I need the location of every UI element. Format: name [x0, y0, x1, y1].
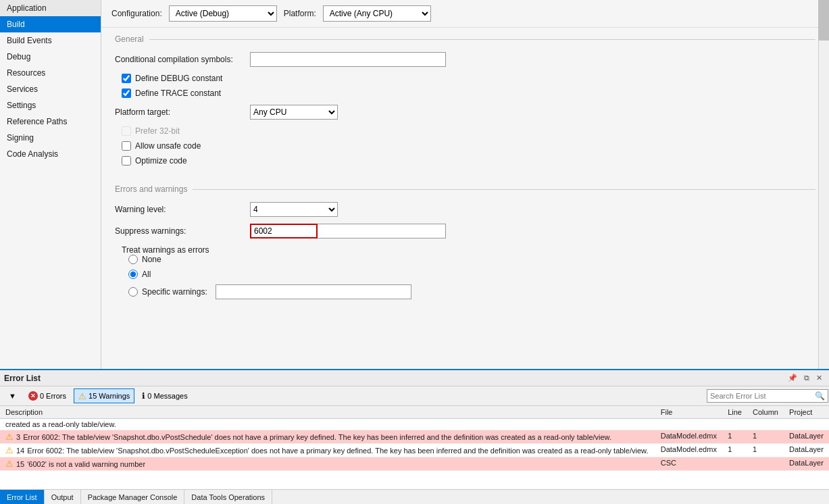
tab-output[interactable]: Output — [45, 490, 81, 504]
row-project: DataLayer — [784, 444, 829, 457]
sidebar-item-build[interactable]: Build — [0, 16, 101, 32]
tab-error-list[interactable]: Error List — [0, 490, 45, 504]
table-row[interactable]: ⚠ 3 Error 6002: The table/view 'Snapshot… — [0, 430, 829, 444]
error-list-header: Error List 📌 ⧉ ✕ — [0, 370, 829, 386]
sidebar-item-signing[interactable]: Signing — [0, 130, 101, 146]
prefer-32bit-checkbox[interactable] — [122, 126, 131, 136]
prefer-32bit-label: Prefer 32-bit — [135, 126, 180, 136]
suppress-warnings-row: Suppress warnings: — [115, 224, 815, 238]
allow-unsafe-checkbox[interactable] — [122, 141, 131, 151]
search-icon: 🔍 — [815, 391, 825, 401]
config-bar: Configuration: Active (Debug) Debug Rele… — [101, 0, 829, 28]
define-debug-label: Define DEBUG constant — [135, 74, 222, 83]
row-line — [722, 419, 747, 430]
radio-none[interactable] — [128, 255, 138, 264]
close-button[interactable]: ✕ — [813, 372, 825, 384]
suppress-warnings-input[interactable] — [250, 224, 318, 238]
table-row[interactable]: created as a read-only table/view. — [0, 419, 829, 430]
suppress-warnings-label: Suppress warnings: — [115, 226, 250, 236]
warning-icon: ⚠ — [5, 459, 14, 469]
pin-button[interactable]: 📌 — [785, 372, 800, 384]
tab-data-tools[interactable]: Data Tools Operations — [184, 490, 272, 504]
scrollbar-thumb[interactable] — [818, 0, 829, 41]
warning-level-label: Warning level: — [115, 205, 250, 214]
info-icon: ℹ — [142, 391, 145, 401]
row-column: 1 — [747, 444, 784, 457]
filter-dropdown-btn[interactable]: ▼ — [4, 388, 21, 403]
sidebar-item-build-events[interactable]: Build Events — [0, 32, 101, 49]
allow-unsafe-row: Allow unsafe code — [122, 141, 815, 151]
sidebar-item-resources[interactable]: Resources — [0, 65, 101, 81]
row-file — [655, 419, 722, 430]
col-project: Project — [784, 406, 829, 419]
sidebar-item-settings[interactable]: Settings — [0, 97, 101, 114]
row-desc: created as a read-only table/view. — [0, 419, 655, 430]
row-project: DataLayer — [784, 457, 829, 471]
suppress-warnings-input-rest[interactable] — [318, 224, 446, 238]
table-row[interactable]: ⚠ 15 '6002' is not a valid warning numbe… — [0, 457, 829, 471]
specific-warnings-input[interactable] — [216, 284, 411, 299]
platform-target-label: Platform target: — [115, 107, 250, 117]
errors-section: Errors and warnings Warning level: 4 0 1… — [101, 178, 829, 311]
radio-none-label: None — [142, 255, 161, 264]
error-list-controls: 📌 ⧉ ✕ — [785, 372, 825, 384]
vertical-scrollbar[interactable] — [818, 0, 829, 369]
row-column — [747, 457, 784, 471]
define-trace-checkbox[interactable] — [122, 89, 131, 98]
row-file: DataModel.edmx — [655, 444, 722, 457]
conditional-compilation-label: Conditional compilation symbols: — [115, 55, 250, 64]
general-section: General Conditional compilation symbols:… — [101, 28, 829, 178]
radio-specific-row: Specific warnings: — [128, 284, 815, 299]
errors-title: Errors and warnings — [115, 184, 187, 194]
radio-specific[interactable] — [128, 287, 138, 297]
define-debug-checkbox[interactable] — [122, 74, 131, 83]
optimize-row: Optimize code — [122, 156, 815, 166]
define-debug-row: Define DEBUG constant — [122, 74, 815, 83]
content-panel: Configuration: Active (Debug) Debug Rele… — [101, 0, 829, 369]
radio-specific-label: Specific warnings: — [142, 287, 207, 297]
sidebar-item-code-analysis[interactable]: Code Analysis — [0, 146, 101, 162]
radio-all-label: All — [142, 270, 151, 279]
search-input[interactable] — [707, 389, 828, 403]
sidebar-item-debug[interactable]: Debug — [0, 49, 101, 65]
sidebar: Application Build Build Events Debug Res… — [0, 0, 101, 369]
allow-unsafe-label: Allow unsafe code — [135, 141, 201, 151]
platform-target-row: Platform target: Any CPU x86 x64 — [115, 105, 815, 120]
conditional-compilation-input[interactable] — [250, 52, 446, 67]
col-line: Line — [722, 406, 747, 419]
radio-all[interactable] — [128, 270, 138, 279]
platform-label: Platform: — [284, 9, 316, 18]
errors-count-label: 0 Errors — [40, 392, 66, 400]
configuration-select[interactable]: Active (Debug) Debug Release — [169, 5, 277, 22]
platform-select[interactable]: Active (Any CPU) Any CPU x86 x64 — [323, 5, 431, 22]
radio-all-row: All — [128, 270, 815, 279]
row-line: 1 — [722, 430, 747, 444]
table-row[interactable]: ⚠ 14 Error 6002: The table/view 'Snapsho… — [0, 444, 829, 457]
col-description: Description — [0, 406, 655, 419]
row-desc: ⚠ 3 Error 6002: The table/view 'Snapshot… — [0, 430, 655, 444]
row-file: CSC — [655, 457, 722, 471]
tab-package-manager[interactable]: Package Manager Console — [81, 490, 185, 504]
platform-target-select[interactable]: Any CPU x86 x64 — [250, 105, 338, 120]
filter-warnings-btn[interactable]: ⚠ 15 Warnings — [74, 388, 134, 403]
define-trace-row: Define TRACE constant — [122, 89, 815, 98]
radio-none-row: None — [128, 255, 815, 264]
optimize-checkbox[interactable] — [122, 156, 131, 166]
row-line — [722, 457, 747, 471]
sidebar-item-services[interactable]: Services — [0, 81, 101, 97]
filter-errors-btn[interactable]: ✕ 0 Errors — [24, 388, 71, 403]
float-button[interactable]: ⧉ — [801, 372, 812, 384]
row-file: DataModel.edmx — [655, 430, 722, 444]
filter-bar: ▼ ✕ 0 Errors ⚠ 15 Warnings ℹ 0 Messages … — [0, 386, 829, 406]
define-trace-label: Define TRACE constant — [135, 89, 221, 98]
warning-level-select[interactable]: 4 0 1 2 3 — [250, 202, 338, 217]
prefer-32bit-row: Prefer 32-bit — [122, 126, 815, 136]
general-title: General — [115, 34, 144, 44]
bottom-tabs: Error List Output Package Manager Consol… — [0, 489, 829, 504]
row-project: DataLayer — [784, 430, 829, 444]
sidebar-item-reference-paths[interactable]: Reference Paths — [0, 114, 101, 130]
filter-messages-btn[interactable]: ℹ 0 Messages — [137, 388, 192, 403]
row-column — [747, 419, 784, 430]
sidebar-item-application[interactable]: Application — [0, 0, 101, 16]
search-area: 🔍 — [707, 389, 825, 403]
